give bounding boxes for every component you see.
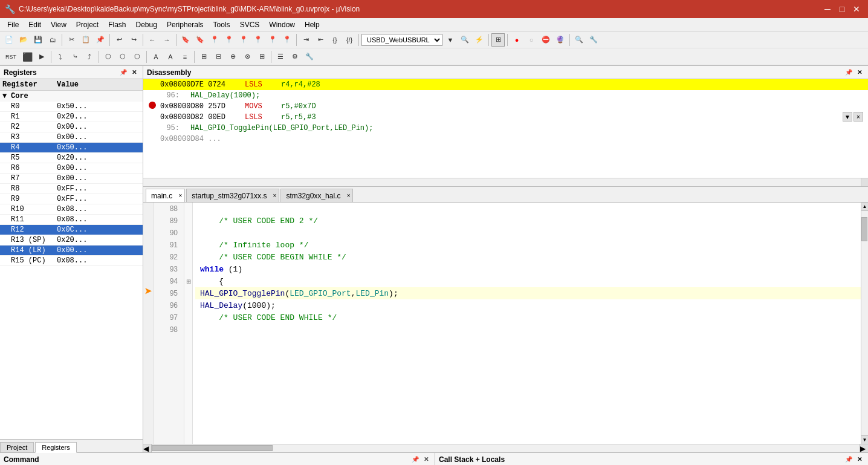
- tb-copy[interactable]: 📋: [79, 33, 92, 47]
- tb-bookmark6[interactable]: 📍: [251, 33, 265, 47]
- dis-pin[interactable]: 📌: [844, 68, 853, 77]
- tb-kill[interactable]: ⛔: [539, 33, 552, 47]
- reg-r10[interactable]: R100x08...: [0, 204, 143, 215]
- reg-r12[interactable]: R120x0C...: [0, 225, 143, 235]
- tb-comment2[interactable]: {/}: [343, 33, 356, 47]
- code-tab-startup[interactable]: startup_stm32g071xx.s ×: [186, 189, 279, 202]
- code-lines[interactable]: /* USER CODE END 2 */ /* Infinite loop *…: [193, 203, 861, 444]
- close-button[interactable]: ✕: [850, 2, 863, 16]
- tab-registers[interactable]: Registers: [35, 442, 76, 453]
- menu-peripherals[interactable]: Peripherals: [162, 19, 209, 30]
- menu-tools[interactable]: Tools: [209, 19, 235, 30]
- code-hscroll-track[interactable]: [152, 444, 860, 452]
- registers-pin[interactable]: 📌: [118, 68, 128, 77]
- tb2-a1[interactable]: A: [149, 50, 163, 63]
- menu-edit[interactable]: Edit: [24, 19, 46, 30]
- cs-close[interactable]: ✕: [855, 455, 864, 464]
- code-tab-mainc-close[interactable]: ×: [179, 192, 183, 199]
- tb-extra1[interactable]: 🔮: [554, 33, 567, 47]
- menu-window[interactable]: Window: [264, 19, 300, 30]
- menu-view[interactable]: View: [46, 19, 71, 30]
- tb2-ev2[interactable]: ⊟: [212, 50, 225, 63]
- dis-hscroll[interactable]: [143, 178, 861, 186]
- tb-wrench[interactable]: 🔧: [587, 33, 600, 47]
- tb-redo[interactable]: ↪: [127, 33, 140, 47]
- tb2-ev1[interactable]: ⊞: [197, 50, 210, 63]
- code-vscroll[interactable]: ▲ ▼: [861, 203, 868, 444]
- tb-feature[interactable]: ⚡: [473, 33, 486, 47]
- tb-bookmark4[interactable]: 📍: [222, 33, 236, 47]
- reg-r1[interactable]: R10x20...: [0, 112, 143, 122]
- tb-search2[interactable]: 🔍: [572, 33, 586, 47]
- cmd-close[interactable]: ✕: [421, 455, 431, 464]
- tb-save-all[interactable]: 🗂: [46, 33, 59, 47]
- code-tab-hal[interactable]: stm32g0xx_hal.c ×: [280, 189, 353, 202]
- tb-back[interactable]: ←: [146, 33, 159, 47]
- tb-bookmark1[interactable]: 🔖: [179, 33, 192, 47]
- fold-94[interactable]: ⊞: [184, 275, 192, 287]
- menu-debug[interactable]: Debug: [131, 19, 162, 30]
- tb2-ev3[interactable]: ⊕: [226, 50, 239, 63]
- tb2-cmd1[interactable]: ⬡: [102, 50, 115, 63]
- menu-flash[interactable]: Flash: [103, 19, 131, 30]
- reg-r11[interactable]: R110x08...: [0, 215, 143, 225]
- code-scroll-thumb[interactable]: [861, 217, 867, 241]
- reg-r13[interactable]: R13 (SP)0x20...: [0, 235, 143, 246]
- reg-r4[interactable]: R40x50...: [0, 143, 143, 153]
- tb2-cfg3[interactable]: 🔧: [303, 50, 316, 63]
- tb-target[interactable]: ▼: [444, 33, 457, 47]
- code-tab-hal-close[interactable]: ×: [347, 192, 351, 199]
- tb2-cmd2[interactable]: ⬡: [116, 50, 129, 63]
- tb-new[interactable]: 📄: [2, 33, 16, 47]
- tb-indent[interactable]: ⇥: [299, 33, 313, 47]
- reg-r14[interactable]: R14 (LR)0x00...: [0, 246, 143, 256]
- menu-help[interactable]: Help: [300, 19, 325, 30]
- menu-file[interactable]: File: [2, 19, 24, 30]
- reg-r9[interactable]: R90xFF...: [0, 194, 143, 204]
- tb-forward[interactable]: →: [160, 33, 173, 47]
- reg-r3[interactable]: R30x00...: [0, 132, 143, 143]
- reg-r0[interactable]: R00x50...: [0, 102, 143, 112]
- tb-cut[interactable]: ✂: [65, 33, 78, 47]
- disassembly-content[interactable]: 0x08000D7E 0724 LSLS r4,r4,#28 96: HAL_D…: [143, 79, 868, 178]
- tb-bookmark5[interactable]: 📍: [237, 33, 250, 47]
- tb-save[interactable]: 💾: [31, 33, 45, 47]
- tab-project[interactable]: Project: [0, 442, 34, 452]
- tb2-ev5[interactable]: ⊞: [255, 50, 268, 63]
- tb-open[interactable]: 📂: [17, 33, 30, 47]
- tb-debug-view[interactable]: ⊞: [491, 33, 505, 47]
- reg-r2[interactable]: R20x00...: [0, 122, 143, 132]
- reg-r6[interactable]: R60x00...: [0, 163, 143, 174]
- maximize-button[interactable]: □: [835, 2, 849, 16]
- tb2-a2[interactable]: A: [164, 50, 177, 63]
- cmd-pin[interactable]: 📌: [410, 455, 420, 464]
- code-scroll-down[interactable]: ▼: [861, 435, 868, 444]
- menu-svcs[interactable]: SVCS: [235, 19, 265, 30]
- tb2-stop[interactable]: ⬛: [21, 50, 34, 63]
- reg-core-group[interactable]: ▼ Core: [0, 91, 143, 102]
- tb2-rst[interactable]: RST: [2, 50, 19, 63]
- reg-r7[interactable]: R70x00...: [0, 174, 143, 184]
- tb-comment1[interactable]: {}: [328, 33, 342, 47]
- tb-search-btn[interactable]: 🔍: [458, 33, 471, 47]
- tb2-step-out[interactable]: ⤴: [83, 50, 96, 63]
- code-hscroll-right[interactable]: ▶: [860, 444, 868, 452]
- tb2-cfg1[interactable]: ☰: [274, 50, 287, 63]
- menu-project[interactable]: Project: [71, 19, 103, 30]
- tb2-ev4[interactable]: ⊗: [241, 50, 254, 63]
- code-tab-startup-close[interactable]: ×: [273, 192, 277, 199]
- tb-bookmark8[interactable]: 📍: [280, 33, 294, 47]
- code-tab-mainc[interactable]: main.c ×: [146, 189, 185, 202]
- tb2-step-over[interactable]: ⤷: [68, 50, 82, 63]
- code-hscroll-left[interactable]: ◀: [143, 444, 152, 452]
- tb-bookmark2[interactable]: 🔖: [193, 33, 207, 47]
- code-scroll-track[interactable]: [861, 211, 868, 435]
- reg-r15[interactable]: R15 (PC)0x08...: [0, 256, 143, 266]
- reg-r8[interactable]: R80xFF...: [0, 184, 143, 194]
- tb2-cfg2[interactable]: ⚙: [288, 50, 302, 63]
- tb-reset[interactable]: ●: [510, 33, 523, 47]
- tb-paste[interactable]: 📌: [94, 33, 107, 47]
- tb-undo[interactable]: ↩: [112, 33, 126, 47]
- dis-close[interactable]: ✕: [855, 68, 864, 77]
- code-scroll-up[interactable]: ▲: [861, 203, 868, 211]
